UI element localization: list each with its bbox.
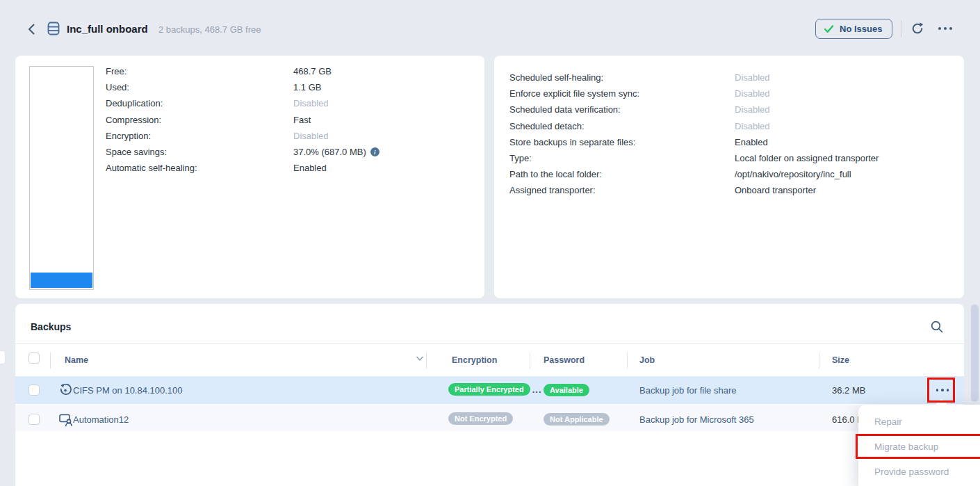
property-row: Scheduled data verification: Disabled [509,102,940,118]
row-checkbox[interactable] [28,384,40,396]
property-value: Disabled [735,88,770,99]
header-divider [901,20,901,38]
password-cell: Not Applicable [544,412,610,426]
menu-item-migrate-backup[interactable]: Migrate backup [874,442,979,452]
property-row: Scheduled self-healing: Disabled [509,70,940,86]
repository-settings-card: Scheduled self-healing: Disabled Enforce… [494,56,964,298]
property-label: Free: [106,66,293,76]
property-value: 1.1 GB [293,82,321,92]
property-value: 37.0% (687.0 MB) i [293,147,379,157]
property-row: Space savings: 37.0% (687.0 MB) i [106,144,467,160]
select-all-checkbox[interactable] [28,353,40,364]
property-row: Enforce explicit file system sync: Disab… [509,86,940,102]
property-label: Encryption: [106,131,293,141]
size-value: 36.2 MB [832,385,865,396]
recovery-point-icon [58,383,72,397]
property-value: Disabled [735,121,770,131]
m365-backup-icon [58,412,72,426]
menu-item-provide-password[interactable]: Provide password [874,467,979,477]
property-row: Encryption: Disabled [106,128,467,144]
column-header-password[interactable]: Password [544,355,585,365]
edge-notch [0,350,6,364]
search-button[interactable] [930,320,944,334]
row-actions-button[interactable] [931,383,954,397]
property-value: Onboard transporter [735,185,816,195]
property-label: Automatic self-healing: [106,163,293,173]
table-row-automation12[interactable]: Automation12 Not Encrypted Not Applicabl… [15,405,964,431]
back-button[interactable] [25,22,39,36]
property-value: Enabled [293,163,327,173]
capacity-gauge [29,66,94,290]
property-row: Store backups in separate files: Enabled [509,134,940,150]
dot [941,389,944,391]
property-row: Deduplication: Disabled [106,95,467,111]
more-actions-button[interactable] [938,27,952,30]
column-divider [50,353,51,368]
property-row: Free: 468.7 GB [106,63,467,79]
encryption-badge: Partially Encrypted [448,383,530,396]
column-header-name[interactable]: Name [65,355,88,365]
vertical-scrollbar[interactable] [971,305,979,402]
property-label: Scheduled data verification: [509,104,735,115]
badge-overflow-ellipsis: ... [532,384,542,395]
property-label: Deduplication: [106,98,293,108]
property-row: Scheduled detach: Disabled [509,118,940,134]
no-issues-label: No Issues [840,24,882,34]
password-badge: Not Applicable [544,413,610,426]
property-label: Enforce explicit file system sync: [509,88,735,99]
chevron-left-icon [25,22,39,36]
property-label: Compression: [106,115,293,125]
property-label: Store backups in separate files: [509,137,735,147]
table-row-cifs-backup[interactable]: CIFS PM on 10.84.100.100 Partially Encry… [15,376,964,404]
column-header-size[interactable]: Size [832,355,849,365]
property-label: Scheduled self-healing: [509,72,735,83]
property-value: Local folder on assigned transporter [735,153,879,163]
encryption-cell: Not Encrypted [448,412,513,425]
row-checkbox[interactable] [28,414,40,425]
property-label: Used: [106,82,293,92]
property-value: 468.7 GB [293,66,332,76]
password-cell: Available [544,383,589,396]
refresh-button[interactable] [910,22,924,35]
page-title: Inc_full onboard [67,23,148,35]
property-row: Automatic self-healing: Enabled [106,160,467,176]
check-icon [823,23,835,35]
property-value: Disabled [735,72,770,83]
job-link[interactable]: Backup job for file share [639,385,736,396]
property-value: /opt/nakivo/repository/inc_full [735,169,851,179]
property-value: Fast [293,115,311,125]
sort-chevron-icon[interactable] [416,356,424,362]
property-row: Used: 1.1 GB [106,79,467,95]
property-value: Disabled [735,104,770,115]
backup-name-link[interactable]: CIFS PM on 10.84.100.100 [73,385,183,396]
column-divider [819,353,819,368]
dot [944,27,947,30]
context-menu: Repair Migrate backup Provide password [858,405,980,486]
property-label: Space savings: [106,147,293,157]
page-subtitle: 2 backups, 468.7 GB free [158,24,261,35]
backups-card: Backups Name Encryption Password Job Siz… [15,304,964,486]
column-divider [530,353,530,368]
capacity-gauge-used-fill [31,273,92,288]
encryption-cell: Partially Encrypted ... [448,383,542,396]
property-row: Path to the local folder: /opt/nakivo/re… [509,166,940,182]
password-badge: Available [544,384,589,396]
backup-name-link[interactable]: Automation12 [73,414,129,425]
property-value: Disabled [293,131,329,141]
dot [938,27,941,30]
table-header-row: Name Encryption Password Job Size [15,344,964,376]
property-label: Scheduled detach: [509,121,735,131]
column-header-encryption[interactable]: Encryption [452,355,497,365]
job-link[interactable]: Backup job for Microsoft 365 [639,414,754,425]
menu-item-repair[interactable]: Repair [874,416,979,427]
page-header: Inc_full onboard 2 backups, 468.7 GB fre… [0,0,980,56]
info-icon[interactable]: i [370,147,379,156]
property-label: Assigned transporter: [509,185,735,195]
column-divider [627,353,628,368]
no-issues-button[interactable]: No Issues [815,19,892,39]
refresh-icon [910,22,924,35]
dot [936,389,939,391]
column-header-job[interactable]: Job [639,355,655,365]
repository-detail-page: Inc_full onboard 2 backups, 468.7 GB fre… [0,0,980,486]
storage-properties: Free: 468.7 GB Used: 1.1 GB Deduplicatio… [106,63,467,176]
